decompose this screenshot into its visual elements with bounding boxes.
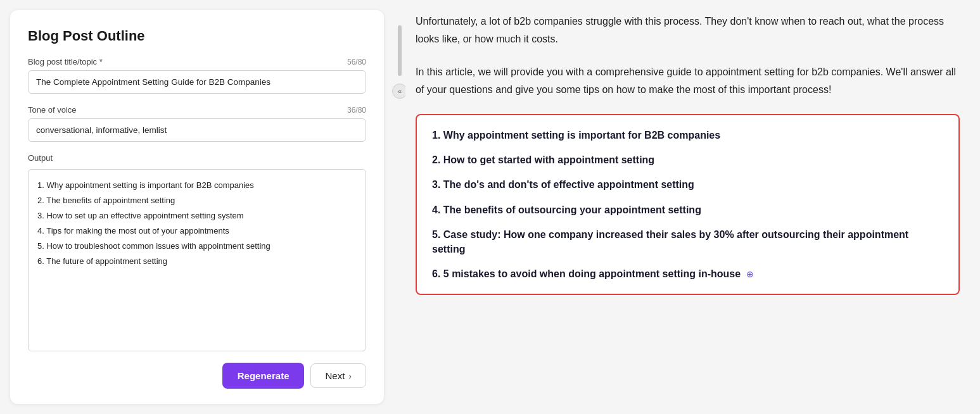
output-item-1: 1. Why appointment setting is important … (37, 179, 357, 192)
title-field-label: Blog post title/topic * (28, 57, 103, 66)
next-label: Next (325, 370, 345, 381)
plus-icon: ⊕ (746, 269, 754, 279)
title-field-counter: 56/80 (347, 58, 366, 66)
chevron-right-icon: › (348, 371, 352, 381)
output-box: 1. Why appointment setting is important … (28, 169, 366, 351)
button-row: Regenerate Next › (28, 363, 366, 389)
outline-item-3: 3. The do's and don'ts of effective appo… (432, 177, 943, 192)
outline-box: 1. Why appointment setting is important … (416, 114, 960, 295)
output-item-6: 6. The future of appointment setting (37, 254, 357, 268)
mid-scrollbar[interactable] (398, 25, 402, 76)
tone-field-label: Tone of voice (28, 105, 77, 115)
panel-title: Blog Post Outline (28, 28, 366, 44)
outline-item-1: 1. Why appointment setting is important … (432, 128, 943, 142)
left-panel: Blog Post Outline Blog post title/topic … (10, 10, 384, 404)
intro-paragraph-1: Unfortunately, a lot of b2b companies st… (416, 13, 960, 48)
outline-item-4: 4. The benefits of outsourcing your appo… (432, 203, 943, 217)
output-item-3: 3. How to set up an effective appointmen… (37, 209, 357, 223)
regenerate-button[interactable]: Regenerate (222, 363, 305, 389)
title-input[interactable] (28, 70, 366, 94)
outline-item-2: 2. How to get started with appointment s… (432, 153, 943, 167)
outline-item-6-text: 6. 5 mistakes to avoid when doing appoin… (432, 268, 741, 279)
output-item-4: 4. Tips for making the most out of your … (37, 224, 357, 238)
outline-item-6: 6. 5 mistakes to avoid when doing appoin… (432, 267, 943, 281)
output-label: Output (28, 153, 366, 163)
right-panel: Unfortunately, a lot of b2b companies st… (405, 0, 980, 414)
output-item-5: 5. How to troubleshoot common issues wit… (37, 239, 357, 253)
outline-item-5: 5. Case study: How one company increased… (432, 227, 943, 256)
next-button[interactable]: Next › (310, 363, 366, 388)
intro-paragraph-2: In this article, we will provide you wit… (416, 63, 960, 99)
mid-scroll-area: « (394, 0, 405, 414)
tone-field-counter: 36/80 (347, 106, 366, 115)
output-item-2: 2. The benefits of appointment setting (37, 194, 357, 208)
tone-input[interactable] (28, 118, 366, 142)
